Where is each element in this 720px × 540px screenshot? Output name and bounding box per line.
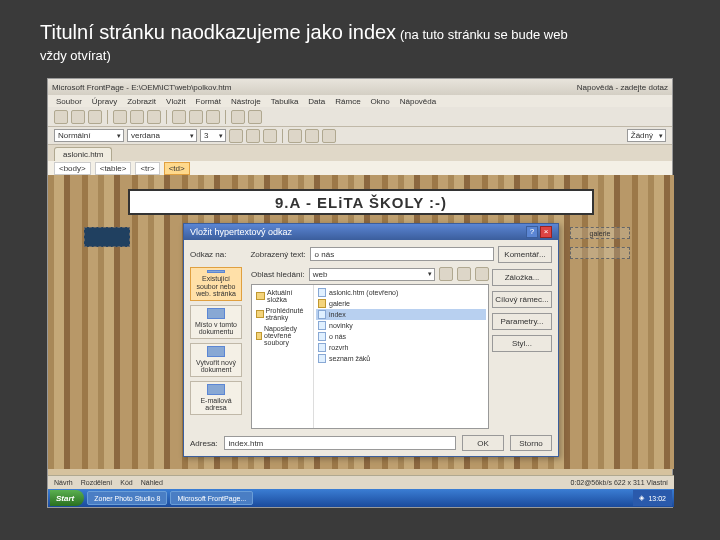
komentar-button[interactable]: Komentář... xyxy=(498,246,552,263)
linkto-existing[interactable]: Existující soubor nebo web. stránka xyxy=(190,267,242,301)
browse-web-button[interactable] xyxy=(457,267,471,281)
separator xyxy=(166,110,167,124)
crumb-td[interactable]: <td> xyxy=(164,162,190,175)
file-item[interactable]: aslonic.htm (otevřeno) xyxy=(316,287,486,298)
linkto-place[interactable]: Místo v tomto dokumentu xyxy=(190,305,242,339)
menubar: Soubor Úpravy Zobrazit Vložit Formát Nás… xyxy=(48,95,672,107)
scope-current[interactable]: Aktuální složka xyxy=(254,287,311,305)
cilovy-button[interactable]: Cílový rámec... xyxy=(492,291,552,308)
file-name: seznam žáků xyxy=(329,355,370,362)
menu-tools[interactable]: Nástroje xyxy=(231,97,261,106)
underline-button[interactable] xyxy=(263,129,277,143)
spell-button[interactable] xyxy=(147,110,161,124)
design-canvas[interactable]: 9.A - ELiTA ŠKOLY :-) galerie Vložit hyp… xyxy=(48,175,674,469)
file-item[interactable]: rozvrh xyxy=(316,342,486,353)
linkto-place-label: Místo v tomto dokumentu xyxy=(193,321,239,336)
paste-button[interactable] xyxy=(206,110,220,124)
heading-sub-1: (na tuto stránku se bude web xyxy=(400,27,568,42)
linkto-email[interactable]: E-mailová adresa xyxy=(190,381,242,415)
menu-frames[interactable]: Rámce xyxy=(335,97,360,106)
font-dropdown[interactable]: verdana xyxy=(127,129,197,142)
menu-file[interactable]: Soubor xyxy=(56,97,82,106)
browse-file-button[interactable] xyxy=(475,267,489,281)
close-icon[interactable]: × xyxy=(540,226,552,238)
globe-icon xyxy=(207,270,225,273)
start-button[interactable]: Start xyxy=(50,490,84,506)
menu-format[interactable]: Formát xyxy=(196,97,221,106)
italic-button[interactable] xyxy=(246,129,260,143)
file-item[interactable]: novinky xyxy=(316,320,486,331)
scope-current-label: Aktuální složka xyxy=(267,289,309,303)
frontpage-window: Microsoft FrontPage - E:\OEM\ICT\web\pol… xyxy=(47,78,673,508)
document-tabs: aslonic.htm xyxy=(48,145,672,161)
menu-table[interactable]: Tabulka xyxy=(271,97,299,106)
view-design[interactable]: Návrh xyxy=(54,479,73,486)
right-cell-galerie[interactable]: galerie xyxy=(570,227,630,239)
preview-button[interactable] xyxy=(130,110,144,124)
menu-window[interactable]: Okno xyxy=(371,97,390,106)
tag-breadcrumb: <body> <table> <tr> <td> xyxy=(48,161,672,175)
scope-browsed[interactable]: Prohlédnuté stránky xyxy=(254,305,311,323)
file-item[interactable]: o nás xyxy=(316,331,486,342)
crumb-body[interactable]: <body> xyxy=(54,162,91,175)
zalozka-button[interactable]: Záložka... xyxy=(492,269,552,286)
file-icon xyxy=(318,310,326,319)
linkto-sidebar: Existující soubor nebo web. stránka Míst… xyxy=(190,267,248,429)
help-hint: Napovědá - zadejte dotaz xyxy=(577,83,668,92)
folder-icon xyxy=(256,310,264,318)
format-toolbar: Normální verdana 3 Žádný xyxy=(48,127,672,145)
redo-button[interactable] xyxy=(248,110,262,124)
view-code[interactable]: Kód xyxy=(120,479,132,486)
file-item[interactable]: galerie xyxy=(316,298,486,309)
crumb-tr[interactable]: <tr> xyxy=(135,162,159,175)
address-input[interactable]: index.htm xyxy=(224,436,456,450)
separator xyxy=(225,110,226,124)
crumb-table[interactable]: <table> xyxy=(95,162,132,175)
print-button[interactable] xyxy=(113,110,127,124)
ok-button[interactable]: OK xyxy=(462,435,504,451)
menu-edit[interactable]: Úpravy xyxy=(92,97,117,106)
linkto-new[interactable]: Vytvořit nový dokument xyxy=(190,343,242,377)
extra-dropdown[interactable]: Žádný xyxy=(627,129,666,142)
display-text-input[interactable]: o nás xyxy=(310,247,494,261)
menu-view[interactable]: Zobrazit xyxy=(127,97,156,106)
left-thumb-cell[interactable] xyxy=(84,227,130,247)
help-icon[interactable]: ? xyxy=(526,226,538,238)
window-title: Microsoft FrontPage - E:\OEM\ICT\web\pol… xyxy=(52,83,231,92)
undo-button[interactable] xyxy=(231,110,245,124)
slide-heading: Titulní stránku naodkazujeme jako index … xyxy=(0,0,720,76)
size-dropdown[interactable]: 3 xyxy=(200,129,226,142)
task-zoner[interactable]: Zoner Photo Studio 8 xyxy=(87,491,167,505)
save-button[interactable] xyxy=(88,110,102,124)
cancel-button[interactable]: Storno xyxy=(510,435,552,451)
folder-icon xyxy=(256,332,262,340)
cut-button[interactable] xyxy=(172,110,186,124)
styl-button[interactable]: Styl... xyxy=(492,335,552,352)
file-name: rozvrh xyxy=(329,344,348,351)
copy-button[interactable] xyxy=(189,110,203,124)
file-item[interactable]: seznam žáků xyxy=(316,353,486,364)
view-split[interactable]: Rozdělení xyxy=(81,479,113,486)
bold-button[interactable] xyxy=(229,129,243,143)
view-preview[interactable]: Náhled xyxy=(141,479,163,486)
menu-help[interactable]: Nápověda xyxy=(400,97,436,106)
scope-recent[interactable]: Naposledy otevřené soubory xyxy=(254,323,311,348)
document-tab[interactable]: aslonic.htm xyxy=(54,147,112,161)
right-cell[interactable] xyxy=(570,247,630,259)
align-left-button[interactable] xyxy=(288,129,302,143)
new-button[interactable] xyxy=(54,110,68,124)
file-item-selected[interactable]: index xyxy=(316,309,486,320)
menu-insert[interactable]: Vložit xyxy=(166,97,186,106)
align-right-button[interactable] xyxy=(322,129,336,143)
up-folder-button[interactable] xyxy=(439,267,453,281)
page-banner: 9.A - ELiTA ŠKOLY :-) xyxy=(128,189,594,215)
align-center-button[interactable] xyxy=(305,129,319,143)
task-frontpage[interactable]: Microsoft FrontPage... xyxy=(170,491,253,505)
systray[interactable]: ◈ 13:02 xyxy=(633,490,672,506)
open-button[interactable] xyxy=(71,110,85,124)
parametry-button[interactable]: Parametry... xyxy=(492,313,552,330)
menu-data[interactable]: Data xyxy=(308,97,325,106)
style-dropdown[interactable]: Normální xyxy=(54,129,124,142)
newdoc-icon xyxy=(207,346,225,357)
lookin-dropdown[interactable]: web xyxy=(309,268,435,281)
